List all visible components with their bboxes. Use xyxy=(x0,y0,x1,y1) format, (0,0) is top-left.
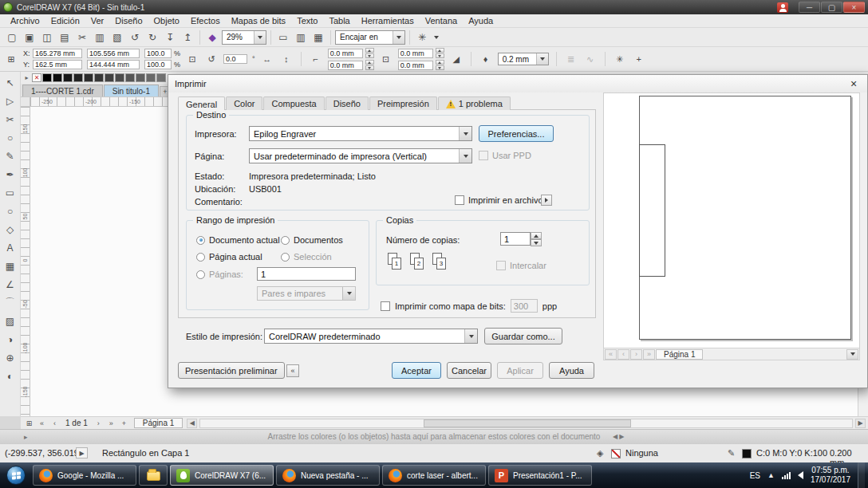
crop-tool-icon[interactable]: ✂ xyxy=(2,110,19,128)
tab-preimpresion[interactable]: Preimpresión xyxy=(369,96,437,110)
show-grid-icon[interactable]: ▦ xyxy=(310,30,326,45)
horizontal-scroll-thumb[interactable] xyxy=(424,419,631,427)
spinner[interactable] xyxy=(365,48,374,58)
options-gear-icon[interactable]: ✳ xyxy=(414,30,430,45)
menu-item[interactable]: Mapas de bits xyxy=(226,15,291,26)
pagina-actual-radio[interactable]: Página actual xyxy=(196,252,262,262)
show-rulers-icon[interactable]: ▥ xyxy=(293,30,309,45)
connector-tool-icon[interactable]: ⌒ xyxy=(2,293,19,312)
horizontal-scrollbar[interactable] xyxy=(199,419,853,428)
outline-width-combo[interactable]: 0.2 mm xyxy=(498,53,549,65)
spinner[interactable] xyxy=(365,60,374,70)
pick-tool-icon[interactable]: ↖ xyxy=(2,73,19,92)
lock-ratio-icon[interactable]: ⊡ xyxy=(185,52,199,66)
seleccion-radio[interactable]: Selección xyxy=(281,252,332,262)
minimize-button[interactable]: ─ xyxy=(799,2,820,13)
redo-icon[interactable]: ↻ xyxy=(144,30,160,45)
freehand-tool-icon[interactable]: ✎ xyxy=(2,147,19,165)
first-page-button[interactable]: « xyxy=(36,418,48,428)
palette-flyout-icon[interactable]: ▸ xyxy=(24,433,28,441)
dialog-close-button[interactable]: × xyxy=(846,77,861,90)
menu-item[interactable]: Objeto xyxy=(148,15,185,26)
toolbar-overflow-icon[interactable] xyxy=(432,30,441,45)
preview-next-page-button[interactable]: › xyxy=(630,349,642,360)
color-swatch[interactable] xyxy=(84,73,93,82)
aplicar-button[interactable]: Aplicar xyxy=(497,362,543,379)
close-button[interactable]: × xyxy=(843,2,865,13)
taskbar-item-firefox-nueva[interactable]: Nueva pestaña - ... xyxy=(276,465,380,486)
shape-tool-icon[interactable]: ▷ xyxy=(2,92,19,110)
transparency-tool-icon[interactable]: ◑ xyxy=(2,330,19,348)
copies-spinner[interactable] xyxy=(531,232,542,246)
new-document-icon[interactable]: ▢ xyxy=(4,30,20,45)
taskbar-item-powerpoint[interactable]: PPres​entación1 - P... xyxy=(488,465,592,486)
add-page-button[interactable]: + xyxy=(118,418,130,428)
usar-ppd-checkbox[interactable]: Usar PPD xyxy=(479,151,531,160)
mirror-vertical-icon[interactable]: ↕ xyxy=(279,52,294,66)
corner-bottom-left-field[interactable]: 0.0 mm xyxy=(328,61,363,70)
preview-pages-dropdown[interactable] xyxy=(846,349,858,360)
prev-page-button[interactable]: ‹ xyxy=(49,418,61,428)
taskbar-item-firefox-google[interactable]: Google - Mozilla ... xyxy=(33,465,136,486)
ruler-origin[interactable] xyxy=(21,97,30,107)
color-swatch[interactable] xyxy=(53,73,62,82)
preview-page-tab[interactable]: Página 1 xyxy=(656,349,703,360)
show-desktop-button[interactable] xyxy=(858,462,865,488)
color-swatch[interactable] xyxy=(125,73,135,82)
mirror-horizontal-icon[interactable]: ↔ xyxy=(260,52,274,66)
ayuda-button[interactable]: Ayuda xyxy=(549,362,594,379)
cancelar-button[interactable]: Cancelar xyxy=(447,362,491,379)
artistic-media-tool-icon[interactable]: ✒ xyxy=(2,165,19,183)
corner-top-left-field[interactable]: 0.0 mm xyxy=(328,49,363,58)
impresora-combo[interactable]: Epilog Engraver xyxy=(249,126,472,141)
account-icon[interactable] xyxy=(777,2,788,13)
scroll-right-button[interactable]: ▶ xyxy=(855,419,866,428)
tab-color[interactable]: Color xyxy=(226,96,262,110)
preview-page[interactable] xyxy=(639,96,851,340)
open-icon[interactable]: ▣ xyxy=(22,30,37,45)
outline-color-swatch[interactable] xyxy=(742,449,752,458)
next-page-button[interactable]: › xyxy=(93,418,105,428)
settings-gear-icon[interactable]: ✳ xyxy=(613,52,627,66)
guardar-como-button[interactable]: Guardar como... xyxy=(484,328,562,344)
color-swatch[interactable] xyxy=(73,73,83,82)
y-position-field[interactable]: 162.5 mm xyxy=(33,60,82,69)
color-swatch[interactable] xyxy=(136,73,145,82)
print-as-bitmap-checkbox[interactable] xyxy=(381,301,390,311)
mini-preview-toggle-button[interactable]: « xyxy=(286,364,299,377)
rotation-angle-field[interactable]: 0.0 xyxy=(223,54,247,64)
paginas-radio[interactable]: Páginas: xyxy=(196,270,243,279)
menu-item[interactable]: Efectos xyxy=(185,15,226,26)
color-swatch[interactable] xyxy=(115,73,124,82)
menu-item[interactable]: Archivo xyxy=(5,15,45,26)
intercalar-checkbox[interactable]: Intercalar xyxy=(496,261,546,270)
object-width-field[interactable]: 105.556 mm xyxy=(87,49,140,58)
taskbar-item-coreldraw[interactable]: CorelDRAW X7 (6... xyxy=(170,465,274,486)
show-hidden-icons-button[interactable]: ▲ xyxy=(767,471,775,479)
taskbar-item-explorer[interactable] xyxy=(139,465,168,486)
drop-shadow-tool-icon[interactable]: ▨ xyxy=(2,312,19,330)
network-icon[interactable] xyxy=(782,472,791,479)
scroll-left-button[interactable]: ◀ xyxy=(187,419,197,428)
rectangle-tool-icon[interactable]: ▭ xyxy=(2,183,19,202)
page-sorter-button[interactable]: ⊞ xyxy=(23,418,35,428)
quick-customize-icon[interactable]: + xyxy=(632,52,646,66)
print-icon[interactable]: ▤ xyxy=(57,30,73,45)
preview-last-page-button[interactable]: » xyxy=(643,349,655,360)
color-swatch[interactable] xyxy=(146,73,156,82)
paste-icon[interactable]: ▧ xyxy=(109,30,125,45)
menu-item[interactable]: Tabla xyxy=(323,15,355,26)
maximize-button[interactable]: ▢ xyxy=(821,2,842,13)
cut-icon[interactable]: ✂ xyxy=(74,30,90,45)
corner-top-right-field[interactable]: 0.0 mm xyxy=(398,49,433,58)
scroll-right-icon[interactable]: ▶ xyxy=(619,433,624,440)
aceptar-button[interactable]: Aceptar xyxy=(392,362,441,379)
page-tab[interactable]: Página 1 xyxy=(134,418,183,428)
tab-diseno[interactable]: Diseño xyxy=(326,96,369,110)
preview-prev-page-button[interactable]: ‹ xyxy=(617,349,629,360)
vertical-ruler[interactable]: 150100500-50-100-150 xyxy=(21,107,30,416)
bitmap-dpi-input[interactable]: 300 xyxy=(511,299,538,313)
menu-item[interactable]: Ventana xyxy=(420,15,463,26)
chamfer-icon[interactable]: ◢ xyxy=(449,52,464,66)
zoom-level-combo[interactable]: 29% xyxy=(222,30,266,45)
